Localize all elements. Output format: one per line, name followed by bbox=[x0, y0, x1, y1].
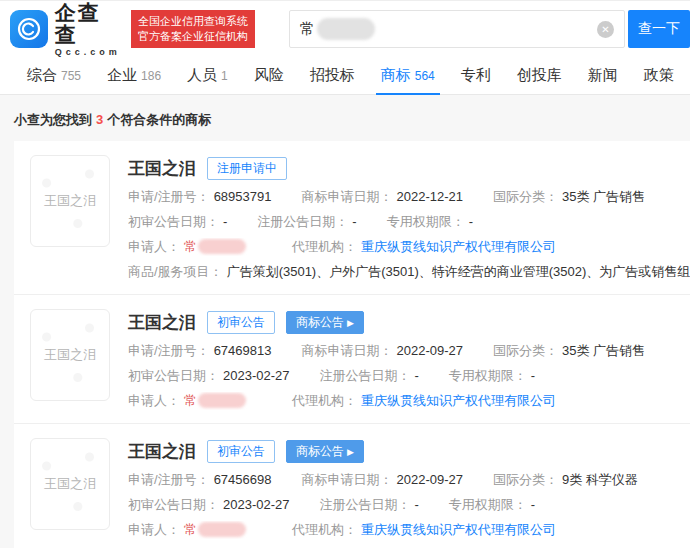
field-label: 初审公告日期： bbox=[128, 214, 219, 229]
tab-people[interactable]: 人员1 bbox=[174, 57, 241, 94]
tab-risk[interactable]: 风险 bbox=[241, 57, 297, 94]
brand-text: 企查查 Qcc.com bbox=[55, 2, 123, 57]
brand-domain: Qcc.com bbox=[55, 47, 123, 57]
arrow-right-icon: ▶ bbox=[347, 318, 354, 328]
brand-name: 企查查 bbox=[55, 2, 123, 46]
redacted-applicant-name bbox=[198, 522, 246, 537]
field-label: 申请/注册号： bbox=[128, 189, 210, 204]
field-label: 商标申请日期： bbox=[301, 189, 392, 204]
search-bar: 常 ✕ 查一下 bbox=[289, 10, 690, 48]
application-date: 2022-12-21 bbox=[396, 189, 463, 204]
field-label: 申请/注册号： bbox=[128, 472, 210, 487]
field-label: 注册公告日期： bbox=[320, 368, 411, 383]
clear-search-icon[interactable]: ✕ bbox=[597, 21, 614, 38]
trademark-result-row: 王国之泪 王国之泪 注册申请中 申请/注册号：68953791 商标申请日期：2… bbox=[14, 141, 690, 295]
tab-venture[interactable]: 创投库 bbox=[504, 57, 575, 94]
tab-policy[interactable]: 政策 bbox=[631, 57, 687, 94]
field-label: 商标申请日期： bbox=[301, 343, 392, 358]
page-header: 企查查 Qcc.com 全国企业信用查询系统 官方备案企业征信机构 常 ✕ 查一… bbox=[0, 1, 690, 57]
exclusive-right-period: - bbox=[469, 214, 473, 229]
registration-number: 67456698 bbox=[214, 472, 272, 487]
international-class: 35类 广告销售 bbox=[562, 343, 645, 358]
field-label: 初审公告日期： bbox=[128, 368, 219, 383]
international-class: 9类 科学仪器 bbox=[562, 472, 638, 487]
applicant-name[interactable]: 常 bbox=[184, 522, 197, 537]
redacted-applicant-name bbox=[198, 393, 246, 408]
application-date: 2022-09-27 bbox=[396, 472, 463, 487]
trademark-result-row: 王国之泪 王国之泪 初审公告 商标公告▶ 申请/注册号：67469813 商标申… bbox=[14, 295, 690, 424]
agent-company-link[interactable]: 重庆纵贯线知识产权代理有限公司 bbox=[361, 522, 556, 537]
goods-services: 广告策划(3501)、户外广告(3501)、特许经营的商业管理(3502)、为广… bbox=[227, 263, 690, 281]
registration-announce-date: - bbox=[415, 497, 419, 512]
exclusive-right-period: - bbox=[531, 497, 535, 512]
tab-news[interactable]: 新闻 bbox=[575, 57, 631, 94]
gazette-badge[interactable]: 商标公告▶ bbox=[286, 311, 364, 334]
search-input[interactable]: 常 ✕ bbox=[289, 10, 625, 48]
field-label: 国际分类： bbox=[493, 472, 558, 487]
field-label: 国际分类： bbox=[493, 189, 558, 204]
tab-bidding[interactable]: 招投标 bbox=[297, 57, 368, 94]
registration-number: 67469813 bbox=[214, 343, 272, 358]
field-label: 代理机构： bbox=[292, 239, 357, 254]
tab-count: 186 bbox=[141, 69, 161, 83]
international-class: 35类 广告销售 bbox=[562, 189, 645, 204]
field-label: 代理机构： bbox=[292, 522, 357, 537]
results-card: 王国之泪 王国之泪 注册申请中 申请/注册号：68953791 商标申请日期：2… bbox=[14, 141, 690, 548]
arrow-right-icon: ▶ bbox=[347, 447, 354, 457]
tab-overall[interactable]: 综合755 bbox=[14, 57, 94, 94]
search-button[interactable]: 查一下 bbox=[628, 10, 690, 48]
status-badge[interactable]: 初审公告 bbox=[207, 311, 275, 334]
field-label: 注册公告日期： bbox=[257, 214, 348, 229]
field-label: 专用权期限： bbox=[387, 214, 465, 229]
field-label: 注册公告日期： bbox=[320, 497, 411, 512]
trademark-thumbnail[interactable]: 王国之泪 bbox=[30, 155, 110, 247]
field-label: 初审公告日期： bbox=[128, 497, 219, 512]
certification-line1: 全国企业信用查询系统 bbox=[138, 14, 248, 29]
field-label: 国际分类： bbox=[493, 343, 558, 358]
results-count: 3 bbox=[96, 112, 103, 127]
preliminary-announce-date: 2023-02-27 bbox=[223, 497, 290, 512]
applicant-name[interactable]: 常 bbox=[184, 239, 197, 254]
field-label: 商标申请日期： bbox=[301, 472, 392, 487]
qcc-logo[interactable]: 企查查 Qcc.com bbox=[10, 2, 123, 57]
trademark-result-row: 王国之泪 王国之泪 初审公告 商标公告▶ 申请/注册号：67456698 商标申… bbox=[14, 424, 690, 548]
tab-count: 755 bbox=[61, 69, 81, 83]
tab-patent[interactable]: 专利 bbox=[448, 57, 504, 94]
result-category-tabs: 综合755 企业186 人员1 风险 招投标 商标564 专利 创投库 新闻 政… bbox=[0, 57, 690, 95]
field-label: 代理机构： bbox=[292, 393, 357, 408]
field-label: 申请/注册号： bbox=[128, 343, 210, 358]
exclusive-right-period: - bbox=[531, 368, 535, 383]
field-label: 申请人： bbox=[128, 522, 180, 537]
field-label: 专用权期限： bbox=[449, 368, 527, 383]
application-date: 2022-09-27 bbox=[396, 343, 463, 358]
preliminary-announce-date: - bbox=[223, 214, 227, 229]
field-label: 专用权期限： bbox=[449, 497, 527, 512]
search-value: 常 bbox=[300, 20, 315, 39]
status-badge[interactable]: 初审公告 bbox=[207, 440, 275, 463]
applicant-name[interactable]: 常 bbox=[184, 393, 197, 408]
preliminary-announce-date: 2023-02-27 bbox=[223, 368, 290, 383]
trademark-thumbnail[interactable]: 王国之泪 bbox=[30, 309, 110, 401]
registration-announce-date: - bbox=[415, 368, 419, 383]
trademark-name-link[interactable]: 王国之泪 bbox=[128, 311, 196, 334]
redacted-search-text bbox=[317, 18, 375, 40]
registration-number: 68953791 bbox=[214, 189, 272, 204]
redacted-applicant-name bbox=[198, 239, 246, 254]
certification-line2: 官方备案企业征信机构 bbox=[138, 29, 248, 44]
trademark-name-link[interactable]: 王国之泪 bbox=[128, 440, 196, 463]
agent-company-link[interactable]: 重庆纵贯线知识产权代理有限公司 bbox=[361, 239, 556, 254]
results-area: 小查为您找到3个符合条件的商标 王国之泪 王国之泪 注册申请中 申请/注册号：6… bbox=[0, 95, 690, 548]
tab-trademark[interactable]: 商标564 bbox=[368, 57, 448, 94]
trademark-thumbnail[interactable]: 王国之泪 bbox=[30, 438, 110, 530]
gazette-badge[interactable]: 商标公告▶ bbox=[286, 440, 364, 463]
qcc-logo-icon bbox=[10, 10, 48, 48]
tab-count: 1 bbox=[221, 69, 228, 83]
field-label: 申请人： bbox=[128, 393, 180, 408]
agent-company-link[interactable]: 重庆纵贯线知识产权代理有限公司 bbox=[361, 393, 556, 408]
results-summary: 小查为您找到3个符合条件的商标 bbox=[0, 95, 690, 141]
field-label: 申请人： bbox=[128, 239, 180, 254]
tab-company[interactable]: 企业186 bbox=[94, 57, 174, 94]
trademark-name-link[interactable]: 王国之泪 bbox=[128, 157, 196, 180]
registration-announce-date: - bbox=[352, 214, 356, 229]
status-badge[interactable]: 注册申请中 bbox=[207, 157, 287, 180]
